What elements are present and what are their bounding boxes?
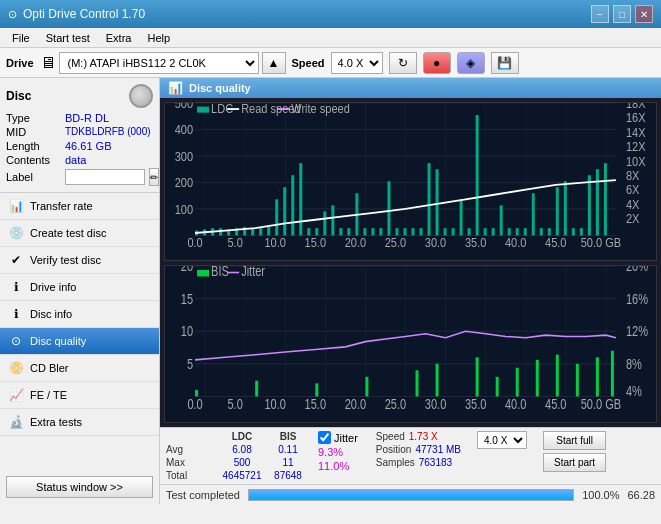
svg-rect-77	[556, 187, 559, 235]
start-full-button[interactable]: Start full	[543, 431, 606, 450]
svg-rect-45	[299, 163, 302, 235]
svg-rect-132	[436, 363, 439, 396]
extra-tests-label: Extra tests	[30, 416, 82, 428]
menu-help[interactable]: Help	[139, 30, 178, 46]
sidebar-item-create-test-disc[interactable]: 💿 Create test disc	[0, 220, 159, 247]
jitter-checkbox[interactable]	[318, 431, 331, 444]
speed-label: Speed	[376, 431, 405, 442]
svg-text:20: 20	[181, 266, 193, 275]
svg-rect-40	[259, 228, 262, 235]
drive-eject-button[interactable]: ▲	[262, 52, 286, 74]
menubar: File Start test Extra Help	[0, 28, 661, 48]
disc-info-label: Disc info	[30, 308, 72, 320]
sidebar-item-extra-tests[interactable]: 🔬 Extra tests	[0, 409, 159, 436]
stats-header-row: LDC BIS	[166, 431, 308, 442]
svg-text:10.0: 10.0	[265, 236, 287, 251]
top-chart-svg: 500 400 300 200 100 18X 16X 14X 12X 10X …	[165, 103, 656, 260]
speed-select[interactable]: 4.0 X	[331, 52, 383, 74]
svg-text:8%: 8%	[626, 355, 642, 372]
svg-text:45.0: 45.0	[545, 236, 567, 251]
svg-text:5.0: 5.0	[227, 396, 242, 413]
svg-rect-79	[572, 228, 575, 235]
stats-empty	[166, 431, 216, 442]
svg-rect-131	[416, 370, 419, 396]
svg-rect-137	[556, 354, 559, 396]
menu-extra[interactable]: Extra	[98, 30, 140, 46]
svg-text:5: 5	[187, 355, 193, 372]
close-button[interactable]: ✕	[635, 5, 653, 23]
total-bis: 87648	[268, 470, 308, 481]
sidebar-item-transfer-rate[interactable]: 📊 Transfer rate	[0, 193, 159, 220]
disc-label-label: Label	[6, 171, 61, 183]
disc-length-value: 46.61 GB	[65, 140, 111, 152]
svg-rect-83	[604, 163, 607, 235]
svg-rect-75	[540, 228, 543, 235]
svg-text:16%: 16%	[626, 290, 648, 307]
svg-rect-64	[452, 228, 455, 235]
svg-text:10X: 10X	[626, 154, 646, 169]
disc-button2[interactable]: ◈	[457, 52, 485, 74]
svg-rect-42	[275, 199, 278, 235]
start-part-button[interactable]: Start part	[543, 453, 606, 472]
total-ldc: 4645721	[222, 470, 262, 481]
disc-type-label: Type	[6, 112, 61, 124]
status-number: 66.28	[627, 489, 655, 501]
disc-type-value: BD-R DL	[65, 112, 109, 124]
disc-button1[interactable]: ●	[423, 52, 451, 74]
minimize-button[interactable]: −	[591, 5, 609, 23]
jitter-checkbox-row[interactable]: Jitter	[318, 431, 358, 444]
svg-rect-135	[516, 367, 519, 396]
sidebar-item-drive-info[interactable]: ℹ Drive info	[0, 274, 159, 301]
svg-text:15.0: 15.0	[305, 236, 327, 251]
svg-rect-138	[576, 363, 579, 396]
svg-rect-73	[524, 228, 527, 235]
disc-label-row: Label ✏	[6, 168, 153, 186]
svg-rect-134	[496, 376, 499, 396]
titlebar-controls[interactable]: − □ ✕	[591, 5, 653, 23]
svg-rect-128	[255, 380, 258, 396]
svg-rect-58	[403, 228, 406, 235]
maximize-button[interactable]: □	[613, 5, 631, 23]
transfer-rate-icon: 📊	[8, 198, 24, 214]
svg-text:20.0: 20.0	[345, 236, 367, 251]
sidebar-item-disc-quality[interactable]: ⊙ Disc quality	[0, 328, 159, 355]
bottom-chart: 20 15 10 5 20% 16% 12% 8% 4%	[164, 265, 657, 424]
svg-text:Write speed: Write speed	[291, 103, 350, 116]
speed-select-section: 4.0 X	[477, 431, 527, 449]
status-window-button[interactable]: Status window >>	[6, 476, 153, 498]
test-speed-select[interactable]: 4.0 X	[477, 431, 527, 449]
svg-text:20.0: 20.0	[345, 396, 366, 413]
refresh-button[interactable]: ↻	[389, 52, 417, 74]
svg-rect-76	[548, 228, 551, 235]
sidebar-item-verify-test-disc[interactable]: ✔ Verify test disc	[0, 247, 159, 274]
svg-rect-65	[460, 199, 463, 235]
sidebar-item-fe-te[interactable]: 📈 FE / TE	[0, 382, 159, 409]
svg-text:25.0: 25.0	[385, 236, 407, 251]
sidebar-item-disc-info[interactable]: ℹ Disc info	[0, 301, 159, 328]
verify-test-disc-icon: ✔	[8, 252, 24, 268]
fe-te-label: FE / TE	[30, 389, 67, 401]
sidebar-item-cd-bler[interactable]: 📀 CD Bler	[0, 355, 159, 382]
svg-rect-82	[596, 169, 599, 235]
svg-text:10.0: 10.0	[265, 396, 286, 413]
disc-label-edit-button[interactable]: ✏	[149, 168, 159, 186]
samples-label: Samples	[376, 457, 415, 468]
svg-rect-57	[395, 228, 398, 235]
svg-text:500: 500	[175, 103, 194, 111]
drive-label: Drive	[6, 57, 34, 69]
position-label: Position	[376, 444, 412, 455]
disc-mid-label: MID	[6, 126, 61, 138]
save-button[interactable]: 💾	[491, 52, 519, 74]
svg-text:0.0: 0.0	[187, 396, 202, 413]
menu-file[interactable]: File	[4, 30, 38, 46]
drive-select[interactable]: (M:) ATAPI iHBS112 2 CL0K	[59, 52, 259, 74]
stats-avg-row: Avg 6.08 0.11	[166, 444, 308, 455]
position-row: Position 47731 MB	[376, 444, 461, 455]
svg-rect-53	[363, 228, 366, 235]
menu-start-test[interactable]: Start test	[38, 30, 98, 46]
statusbar: Test completed 100.0% 66.28	[160, 484, 661, 504]
svg-rect-69	[492, 228, 495, 235]
action-buttons: Start full Start part	[543, 431, 606, 472]
max-bis: 11	[268, 457, 308, 468]
disc-label-input[interactable]	[65, 169, 145, 185]
